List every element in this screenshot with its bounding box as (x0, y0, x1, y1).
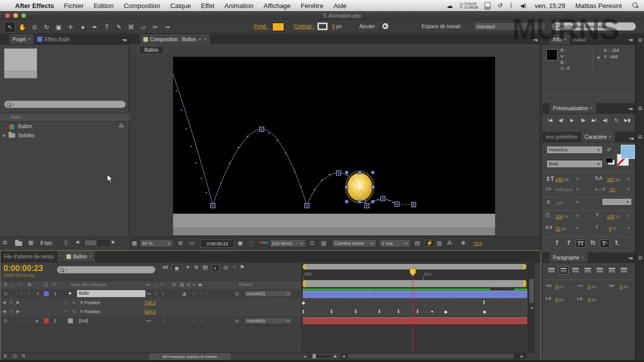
timeline-graph-area[interactable]: 00s 01s ◆I IIIIII●◆◆ (301, 262, 528, 352)
cloud-status-icon[interactable]: ☁ (442, 2, 457, 10)
target-region-icon[interactable]: ⊡ (310, 240, 314, 246)
cpu-meter-icon[interactable] (485, 2, 491, 10)
tab-caractere[interactable]: Caractère× (581, 132, 615, 142)
selection-handle[interactable] (371, 171, 374, 174)
name-column-label[interactable]: Nom des calques (71, 282, 106, 287)
brush-tool-icon[interactable]: ✎ (114, 22, 124, 32)
fill-label[interactable]: Fond : (254, 24, 268, 29)
tab-presets[interactable]: tres prédéfinis (542, 132, 581, 142)
mode-checkbox[interactable] (191, 318, 196, 323)
keyframe-row-y[interactable]: IIIIII●◆◆ (302, 307, 528, 317)
dock-grip-icon[interactable]: ▤ (638, 255, 642, 260)
layer-bar-sol[interactable] (303, 317, 527, 325)
brainstorm-icon[interactable]: ◐ (212, 264, 219, 272)
vertical-scale-value[interactable]: 100 % (555, 214, 569, 219)
volume-icon[interactable]: ◀) (517, 3, 530, 9)
close-icon[interactable]: × (590, 106, 593, 111)
disclosure-icon[interactable]: ▼ (36, 292, 40, 296)
traffic-light-minimize[interactable] (13, 13, 18, 18)
path-end-handle[interactable] (412, 203, 416, 207)
traffic-light-zoom[interactable] (21, 13, 26, 18)
selection-handle[interactable] (358, 200, 361, 203)
keyframe-row-x[interactable]: ◆I (302, 298, 528, 308)
next-keyframe-icon[interactable]: ▶ (17, 309, 20, 314)
mode-checkbox[interactable] (191, 291, 196, 296)
hide-shy-layers-icon[interactable]: ✦ (185, 264, 190, 272)
property-value[interactable]: 742,2 (144, 300, 156, 305)
faux-italic-button[interactable]: T (564, 239, 573, 247)
chevron-down-icon[interactable]: ▼ (576, 214, 579, 218)
keyframe-circle[interactable]: ● (431, 309, 434, 314)
menu-aide[interactable]: Aide (329, 2, 352, 10)
timeline-h-scrollbar[interactable]: ◀ ▶ (341, 353, 527, 359)
close-icon[interactable]: × (581, 255, 584, 260)
align-left-button[interactable] (546, 266, 556, 275)
keyframe-diamond[interactable]: ◆ (302, 300, 305, 305)
rotate-tool-icon[interactable]: ↻ (41, 22, 52, 32)
justify-all-button[interactable] (619, 266, 629, 275)
add-keyframe-icon[interactable]: ◇ (10, 300, 13, 305)
mode-checkbox[interactable] (182, 318, 187, 323)
camera-dropdown[interactable]: Caméra active▼ (332, 239, 376, 247)
property-name[interactable]: X Position (80, 300, 101, 305)
shape-tool-icon[interactable]: ● (77, 22, 88, 32)
eye-icon[interactable]: ⊙ (4, 291, 8, 296)
new-composition-icon[interactable]: ▦ (28, 240, 33, 245)
time-machine-icon[interactable]: ↺ (494, 2, 506, 9)
parent-pickwhip-icon[interactable]: ◎ (235, 291, 239, 296)
property-value[interactable]: 524,0 (144, 309, 156, 314)
h-scrollbar[interactable] (83, 240, 110, 246)
stroke-color-swatch[interactable] (317, 23, 328, 30)
solo-checkbox[interactable] (19, 318, 24, 323)
channels-icon[interactable] (260, 241, 268, 244)
panel-grip[interactable]: ⋮⋮ (0, 40, 9, 44)
puppet-pin-tool-icon[interactable]: ⊸ (162, 22, 173, 32)
align-right-button[interactable] (571, 266, 581, 275)
project-list-header[interactable]: Nom (0, 113, 130, 122)
graph-icon[interactable]: ∿ (72, 309, 76, 314)
horizontal-scale-value[interactable]: 100 % (607, 214, 620, 219)
keyframe-hourglass[interactable]: I (397, 308, 399, 314)
fast-preview-icon[interactable]: ⚡ (425, 240, 435, 246)
close-icon[interactable]: × (89, 254, 92, 259)
underline-value[interactable]: - px (555, 200, 563, 205)
disclosure-icon[interactable]: ▶ (3, 133, 6, 138)
leading-value[interactable]: 167 px (607, 177, 620, 182)
keyframe-center-dot[interactable] (261, 129, 262, 130)
zoom-out-mountain-icon[interactable]: ▲ (303, 354, 307, 358)
superscript-button[interactable]: T¹ (600, 239, 610, 248)
pen-tool-icon[interactable]: ✒ (90, 22, 100, 32)
layer-switches-icons[interactable]: ⊶ (146, 318, 154, 323)
dock-grip-icon[interactable]: ▤ (638, 134, 642, 139)
chevron-down-icon[interactable]: ▼ (627, 226, 630, 230)
timeline-button-icon[interactable]: ▥ (437, 240, 442, 246)
timeline-zoom-slider[interactable] (309, 356, 330, 357)
keyframe-center-dot[interactable] (396, 204, 397, 205)
menu-animation[interactable]: Animation (219, 2, 259, 10)
eraser-mode-icon[interactable]: ◪ (182, 291, 186, 296)
composition-mini-flowchart-icon[interactable]: ⋈ (163, 264, 168, 272)
lock-checkbox[interactable] (27, 318, 32, 323)
font-size-value[interactable]: 240 px (555, 177, 569, 182)
space-before-value[interactable]: 0 px (555, 297, 564, 302)
menu-composition[interactable]: Composition (119, 2, 165, 10)
menu-after-effects[interactable]: After Effects (10, 2, 59, 10)
tsume-value[interactable]: 0 % (609, 226, 617, 231)
next-frame-button[interactable]: |▶ (579, 116, 588, 124)
eye-icon[interactable]: ⊙ (4, 318, 8, 323)
keyframe-diamond[interactable]: ◆ (444, 309, 448, 314)
label-color-chip[interactable] (44, 318, 49, 323)
layer-row-balle[interactable]: ⊙ ▼ 1 ✦ Balle ⊶☼∖ ◪ ◎ Aucun(e)▼ (1, 289, 301, 299)
composition-canvas[interactable] (173, 57, 495, 235)
menubar-clock[interactable]: ven. 15:29 (530, 2, 571, 10)
selection-handle[interactable] (358, 171, 361, 174)
parent-column-label[interactable]: Parent (239, 282, 253, 287)
tab-paragraphe[interactable]: Paragraphe× (549, 252, 588, 262)
timeline-search-input[interactable]: ▾ (57, 266, 155, 274)
grid-options-icon[interactable]: ▦ (132, 240, 137, 246)
keyframe-center-dot[interactable] (212, 205, 213, 206)
add-keyframe-icon[interactable]: ◇ (10, 309, 13, 314)
dock-grip-icon[interactable]: ▤ (638, 106, 642, 111)
viewer-timecode[interactable]: 0:00:00:23 (200, 239, 234, 248)
ram-preview-button[interactable]: ▶▮ (623, 116, 632, 124)
